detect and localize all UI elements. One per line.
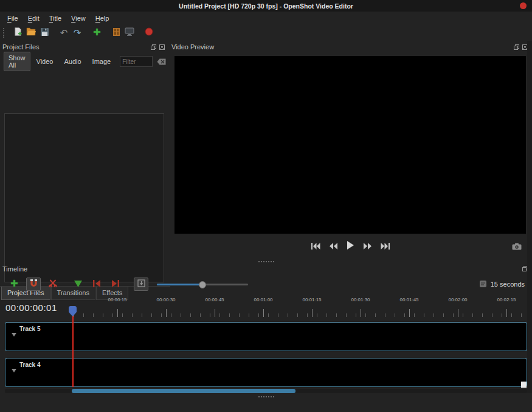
ruler-mark-label: 00:00:30 xyxy=(156,297,175,302)
transport-controls xyxy=(169,239,532,254)
ruler-tick-minor xyxy=(424,313,424,317)
razor-button[interactable] xyxy=(46,278,60,291)
new-project-button[interactable] xyxy=(11,26,24,40)
ruler-tick-minor xyxy=(317,313,317,317)
add-marker-button[interactable] xyxy=(71,278,85,291)
timeline-scrollbar[interactable] xyxy=(5,389,527,393)
zoom-level-widget[interactable]: 15 seconds xyxy=(479,280,525,289)
ruler-tick-minor xyxy=(297,313,298,317)
ruler-tick-minor xyxy=(375,313,376,317)
ruler-tick-minor xyxy=(112,313,113,317)
rewind-button[interactable] xyxy=(329,241,338,252)
timeline-ruler[interactable]: 00:00:00:01 00:00:1500:00:3000:00:4500:0… xyxy=(0,295,532,319)
video-preview-screen xyxy=(174,56,526,234)
ruler-tick-minor xyxy=(404,313,405,317)
menu-edit[interactable]: Edit xyxy=(23,13,44,24)
import-files-button[interactable] xyxy=(90,26,103,40)
snapping-button[interactable] xyxy=(26,278,41,291)
project-files-header: Project Files xyxy=(0,41,169,53)
fast-forward-icon xyxy=(363,241,372,252)
ruler-tick-minor xyxy=(249,313,249,317)
ruler-tick-major xyxy=(409,309,410,317)
save-project-button[interactable] xyxy=(38,26,51,40)
menu-title[interactable]: Title xyxy=(44,13,66,24)
menu-view[interactable]: View xyxy=(66,13,91,24)
ruler-tick-minor xyxy=(219,313,220,317)
ruler-tick-major xyxy=(361,309,361,317)
timeline-scrollbar-thumb[interactable] xyxy=(72,389,295,393)
export-video-button[interactable] xyxy=(142,26,156,40)
ruler-tick-minor xyxy=(190,313,191,317)
playhead-line xyxy=(72,308,74,387)
ruler-tick-minor xyxy=(502,313,502,317)
next-marker-button[interactable] xyxy=(109,278,122,291)
previous-marker-icon xyxy=(92,279,101,290)
razor-icon xyxy=(49,279,57,290)
toolbar-grip[interactable] xyxy=(3,28,7,38)
jump-end-button[interactable] xyxy=(381,241,390,252)
ruler-mark-label: 00:02:15 xyxy=(497,297,516,302)
redo-button[interactable]: ↷ xyxy=(71,26,84,40)
upper-panels: Project Files Show AllVideoAudioImage Pr… xyxy=(0,41,532,260)
filter-input[interactable] xyxy=(120,56,153,67)
fullscreen-icon xyxy=(125,27,134,38)
zoom-slider[interactable] xyxy=(157,279,248,290)
track-row[interactable]: Track 5 xyxy=(5,322,527,351)
window-title: Untitled Project [HD 720p 30 fps] - Open… xyxy=(179,2,353,10)
filter-row: Show AllVideoAudioImage xyxy=(0,53,169,69)
ruler-tick-minor xyxy=(385,313,385,317)
close-icon[interactable] xyxy=(159,44,165,50)
timeline-title: Timeline xyxy=(2,265,27,273)
fast-forward-button[interactable] xyxy=(363,241,372,252)
ruler-tick-minor xyxy=(83,313,84,317)
horizontal-splitter[interactable] xyxy=(0,395,532,399)
track-row[interactable]: Track 4 xyxy=(5,358,527,387)
play-button[interactable] xyxy=(347,241,354,252)
window-edge xyxy=(527,41,532,393)
undo-button[interactable]: ↶ xyxy=(57,26,71,40)
filter-show-all-button[interactable]: Show All xyxy=(4,52,30,71)
fullscreen-button[interactable] xyxy=(123,26,136,40)
choose-profile-button[interactable] xyxy=(109,26,123,40)
ruler-tick-major xyxy=(263,309,264,317)
float-icon[interactable] xyxy=(151,44,156,50)
filter-video-button[interactable]: Video xyxy=(32,55,58,68)
zoom-slider-handle[interactable] xyxy=(199,281,206,288)
menu-help[interactable]: Help xyxy=(91,13,114,24)
chevron-down-icon[interactable] xyxy=(12,328,16,339)
ruler-tick-minor xyxy=(171,313,171,317)
zoom-widget-icon xyxy=(479,280,487,289)
ruler-tick-minor xyxy=(258,313,259,317)
ruler-tick-minor xyxy=(181,313,181,317)
ruler-tick-minor xyxy=(521,313,522,317)
center-playhead-button[interactable] xyxy=(134,278,148,291)
float-icon[interactable] xyxy=(514,44,519,50)
toolbar-separator xyxy=(51,33,57,33)
video-preview-title: Video Preview xyxy=(171,43,214,51)
jump-start-button[interactable] xyxy=(311,241,320,252)
camera-icon[interactable] xyxy=(512,242,522,253)
toolbar-separator xyxy=(136,33,142,33)
filter-audio-button[interactable]: Audio xyxy=(59,55,86,68)
ruler-tick-minor xyxy=(472,313,473,317)
track-name: Track 4 xyxy=(19,361,40,368)
ruler-tick-major xyxy=(215,309,215,317)
project-files-title: Project Files xyxy=(2,43,40,51)
ruler-tick-minor xyxy=(414,313,415,317)
previous-marker-button[interactable] xyxy=(90,278,103,291)
toolbar-separator xyxy=(84,33,90,33)
ruler-tick-minor xyxy=(511,313,512,317)
filter-image-button[interactable]: Image xyxy=(88,55,116,68)
open-project-button[interactable] xyxy=(24,26,38,40)
scroll-grip[interactable] xyxy=(521,382,527,388)
rewind-icon xyxy=(329,241,338,252)
add-marker-icon xyxy=(74,279,82,290)
project-files-list[interactable] xyxy=(4,113,164,282)
add-track-button[interactable] xyxy=(7,278,21,291)
ruler-tick-minor xyxy=(132,313,133,317)
chevron-down-icon[interactable] xyxy=(12,364,16,375)
window-close-button[interactable] xyxy=(520,2,527,9)
menu-file[interactable]: File xyxy=(2,13,23,24)
ruler-tick-minor xyxy=(443,313,444,317)
clear-filter-icon[interactable] xyxy=(157,58,166,65)
